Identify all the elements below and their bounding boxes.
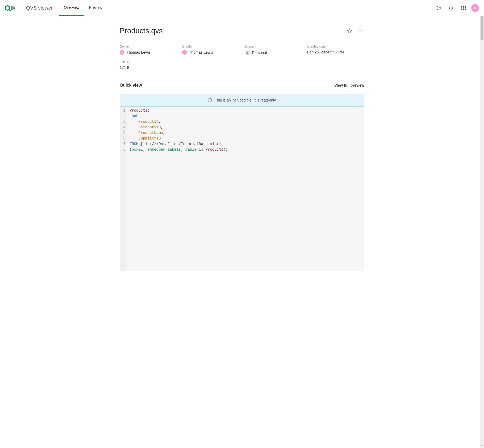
owner-name: Thomas Lewis — [127, 50, 151, 54]
tab-preview[interactable]: Preview — [84, 0, 107, 16]
tabs: Overview Preview — [59, 0, 107, 16]
person-icon — [245, 50, 250, 55]
page-title: Products.qvs — [120, 27, 163, 35]
code-line: LOAD — [130, 113, 362, 119]
line-number: 6 — [123, 136, 126, 141]
info-icon — [207, 98, 212, 103]
code-line: Products: — [130, 108, 362, 113]
svg-point-17 — [360, 31, 361, 31]
svg-point-16 — [358, 31, 359, 31]
line-number: 8 — [123, 147, 126, 153]
more-icon[interactable] — [356, 27, 364, 35]
creator-name: Thomas Lewis — [189, 50, 213, 54]
scrollbar-thumb[interactable] — [481, 16, 483, 40]
svg-line-1 — [9, 9, 10, 11]
topbar-actions: TL — [435, 4, 479, 12]
svg-point-19 — [247, 52, 248, 53]
meta-created: Created date Feb 26, 2024 5:32 PM — [307, 45, 364, 55]
svg-text:lik: lik — [11, 5, 16, 11]
info-banner: This is an included file. It is read-onl… — [120, 94, 364, 107]
code-preview: 12345678 Products:LOAD ProductID, Catego… — [120, 107, 364, 271]
meta-space-label: Space — [245, 45, 302, 48]
qlik-logo[interactable]: lik — [5, 4, 21, 12]
meta-created-label: Created date — [307, 45, 364, 48]
avatar[interactable]: TL — [471, 4, 479, 12]
svg-rect-10 — [463, 7, 464, 9]
svg-rect-7 — [463, 6, 464, 7]
creator-avatar-icon: TL — [182, 50, 187, 55]
space-name: Personal — [252, 50, 267, 55]
bell-icon[interactable] — [447, 4, 455, 12]
code-line: ProductID, — [130, 119, 362, 125]
svg-rect-11 — [465, 7, 466, 9]
quickview-title: Quick view — [120, 83, 142, 88]
line-number: 3 — [123, 119, 126, 125]
meta-creator: Creator TL Thomas Lewis — [182, 45, 239, 55]
line-number: 7 — [123, 141, 126, 147]
svg-rect-14 — [465, 9, 466, 10]
svg-rect-9 — [461, 7, 462, 9]
banner-text: This is an included file. It is read-onl… — [215, 98, 277, 102]
code-line: SupplierID — [130, 136, 362, 141]
line-number: 4 — [123, 125, 126, 130]
content: Products.qvs Owner TL Thomas Lewis Creat… — [120, 16, 364, 279]
view-full-preview-link[interactable]: View full preview — [334, 83, 364, 87]
code-line: CategoryID, — [130, 125, 362, 130]
svg-point-5 — [439, 9, 439, 9]
svg-rect-12 — [461, 9, 462, 10]
meta-filesize-label: File size — [120, 60, 364, 64]
code-line: FROM [lib://:DataFiles/TutorialData.xlsx… — [130, 141, 362, 147]
help-icon[interactable] — [435, 4, 443, 12]
owner-avatar-icon: TL — [120, 50, 124, 55]
svg-rect-8 — [465, 6, 466, 7]
code-line: ProductName, — [130, 130, 362, 136]
meta-owner: Owner TL Thomas Lewis — [120, 45, 177, 55]
meta-filesize: File size 171 B — [120, 60, 364, 70]
line-number: 2 — [123, 113, 126, 119]
topbar: lik QVS viewer Overview Preview TL — [0, 0, 484, 16]
line-number: 5 — [123, 130, 126, 136]
svg-point-18 — [361, 31, 362, 31]
line-gutter: 12345678 — [120, 107, 127, 271]
created-value: Feb 26, 2024 5:32 PM — [307, 50, 364, 54]
filesize-value: 171 B — [120, 65, 364, 70]
svg-point-22 — [210, 99, 210, 99]
meta-space: Space Personal — [245, 45, 302, 55]
svg-marker-15 — [347, 29, 352, 33]
apps-grid-icon[interactable] — [459, 4, 468, 12]
code-line: (ooxml, embedded labels, table is Produc… — [130, 147, 362, 153]
meta-owner-label: Owner — [120, 45, 177, 48]
meta-creator-label: Creator — [182, 45, 239, 48]
svg-rect-13 — [463, 9, 464, 10]
star-icon[interactable] — [345, 27, 354, 35]
vertical-scrollbar[interactable]: ▲ ▼ — [480, 16, 484, 279]
line-number: 1 — [123, 108, 126, 113]
svg-rect-6 — [461, 6, 462, 7]
code-body: Products:LOAD ProductID, CategoryID, Pro… — [127, 107, 364, 271]
app-title: QVS viewer — [26, 5, 53, 11]
svg-point-3 — [20, 10, 20, 10]
tab-overview[interactable]: Overview — [59, 0, 84, 16]
